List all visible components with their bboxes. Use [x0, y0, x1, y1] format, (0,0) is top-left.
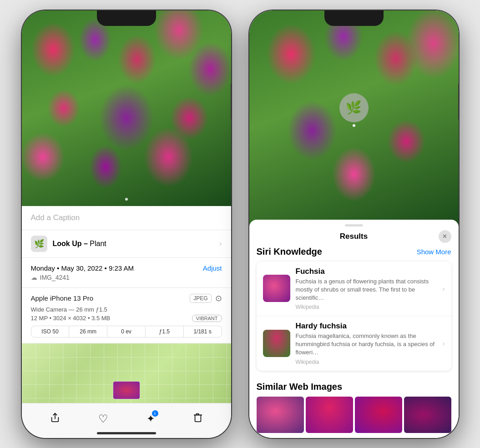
hardy-source: Wikipedia	[296, 359, 437, 365]
fuchsia-source: Wikipedia	[296, 304, 437, 310]
hardy-name: Hardy fuchsia	[296, 322, 437, 331]
lookup-row[interactable]: 🌿 Look Up – Plant ›	[22, 230, 231, 258]
hardy-thumb-image	[263, 330, 290, 357]
similar-images-title: Similar Web Images	[257, 382, 451, 392]
gear-icon[interactable]: ⊙	[215, 293, 222, 303]
flower-image	[22, 10, 231, 206]
siri-knowledge-section: Siri Knowledge Show More Fuchsia	[249, 247, 459, 376]
phone-2-screen: 🌿 Results ✕ Siri Knowledge	[249, 10, 459, 438]
date-row: Monday • May 30, 2022 • 9:23 AM Adjust	[31, 264, 222, 272]
map-section[interactable]	[22, 343, 231, 403]
knowledge-item-fuchsia[interactable]: Fuchsia Fuchsia is a genus of flowering …	[257, 262, 451, 317]
delete-button[interactable]	[191, 411, 205, 427]
home-indicator	[97, 432, 156, 434]
lookup-plant-icon: 🌿	[31, 236, 47, 252]
results-header: Results ✕	[249, 230, 459, 247]
aperture-item: ƒ1.5	[146, 326, 184, 337]
results-screen: 🌿 Results ✕ Siri Knowledge	[249, 10, 459, 438]
similar-image-4[interactable]	[404, 397, 451, 433]
fuchsia-chevron: ›	[443, 285, 445, 292]
fuchsia-description: Fuchsia is a genus of flowering plants t…	[296, 277, 437, 302]
close-button[interactable]: ✕	[439, 230, 451, 243]
shutter-item: 1/181 s	[184, 326, 222, 337]
lookup-bold: Look Up –	[53, 240, 88, 247]
visual-lookup-circle[interactable]: 🌿	[339, 93, 369, 122]
caption-placeholder[interactable]: Add a Caption	[31, 213, 80, 222]
device-badges: JPEG ⊙	[190, 293, 222, 303]
mp-row: 12 MP • 3024 × 4032 • 3.5 MB VIBRANT	[31, 315, 222, 322]
exif-row: ISO 50 26 mm 0 ev ƒ1.5 1/181 s	[31, 326, 222, 337]
filename-text: IMG_4241	[40, 274, 70, 281]
jpeg-badge: JPEG	[190, 294, 211, 303]
vibrant-badge: VIBRANT	[192, 315, 222, 322]
siri-section-header: Siri Knowledge Show More	[257, 247, 451, 257]
lookup-sub: Plant	[90, 240, 106, 247]
info-badge: i	[152, 410, 158, 417]
info-button[interactable]: ✦ i	[145, 411, 157, 427]
hardy-text: Hardy fuchsia Fuchsia magellanica, commo…	[296, 322, 437, 365]
leaf-icon: 🌿	[34, 239, 44, 249]
hardy-description: Fuchsia magellanica, commonly known as t…	[296, 332, 437, 357]
metadata-section: Monday • May 30, 2022 • 9:23 AM Adjust ☁…	[22, 258, 231, 288]
panel-handle	[345, 224, 363, 227]
mm-item: 26 mm	[69, 326, 107, 337]
photo-date: Monday • May 30, 2022 • 9:23 AM	[31, 264, 134, 272]
photo-detail-screen: Add a Caption 🌿 Look Up – Plant ›	[22, 10, 231, 438]
device-name-row: Apple iPhone 13 Pro JPEG ⊙	[31, 293, 222, 303]
fuchsia-name: Fuchsia	[296, 267, 437, 276]
device-name: Apple iPhone 13 Pro	[31, 294, 94, 302]
favorite-button[interactable]: ♡	[96, 411, 110, 427]
results-title: Results	[340, 232, 368, 241]
device-section: Apple iPhone 13 Pro JPEG ⊙ Wide Camera —…	[22, 288, 231, 343]
lookup-label: Look Up – Plant	[53, 240, 106, 248]
similar-image-3[interactable]	[355, 397, 402, 433]
knowledge-card: Fuchsia Fuchsia is a genus of flowering …	[257, 262, 451, 371]
phone-2: 🌿 Results ✕ Siri Knowledge	[249, 10, 459, 438]
mp-info: 12 MP • 3024 × 4032 • 3.5 MB	[31, 315, 111, 322]
lookup-connector-dot	[353, 124, 355, 127]
adjust-button[interactable]: Adjust	[203, 264, 222, 272]
fuchsia-thumbnail	[263, 275, 290, 302]
map-thumbnail	[113, 381, 140, 399]
similar-image-1[interactable]	[257, 397, 304, 433]
phone-1: Add a Caption 🌿 Look Up – Plant ›	[22, 10, 231, 438]
cloud-icon: ☁	[31, 274, 37, 281]
camera-details: Wide Camera — 26 mm ƒ1.5	[31, 306, 222, 313]
show-more-button[interactable]: Show More	[417, 248, 451, 256]
knowledge-item-hardy[interactable]: Hardy fuchsia Fuchsia magellanica, commo…	[257, 316, 451, 371]
phone-1-screen: Add a Caption 🌿 Look Up – Plant ›	[22, 10, 231, 438]
ev-item: 0 ev	[107, 326, 146, 337]
photo-display[interactable]	[22, 10, 231, 206]
similar-image-2[interactable]	[306, 397, 353, 433]
visual-lookup-leaf-icon: 🌿	[346, 100, 362, 115]
results-photo-area: 🌿	[249, 10, 459, 229]
lookup-chevron: ›	[219, 240, 222, 248]
fuchsia-thumb-image	[263, 275, 290, 302]
hardy-chevron: ›	[443, 339, 445, 347]
photo-indicator-dot	[125, 198, 128, 201]
similar-images-section: Similar Web Images	[249, 376, 459, 438]
fuchsia-text: Fuchsia Fuchsia is a genus of flowering …	[296, 267, 437, 311]
filename-row: ☁ IMG_4241	[31, 274, 222, 281]
share-button[interactable]	[48, 411, 62, 427]
caption-section[interactable]: Add a Caption	[22, 206, 231, 230]
iso-item: ISO 50	[31, 326, 70, 337]
results-panel: Results ✕ Siri Knowledge Show More	[249, 220, 459, 438]
hardy-thumbnail	[263, 330, 290, 357]
siri-section-title: Siri Knowledge	[257, 247, 322, 257]
similar-images-grid	[257, 397, 451, 433]
thumbnail-image	[113, 382, 140, 399]
